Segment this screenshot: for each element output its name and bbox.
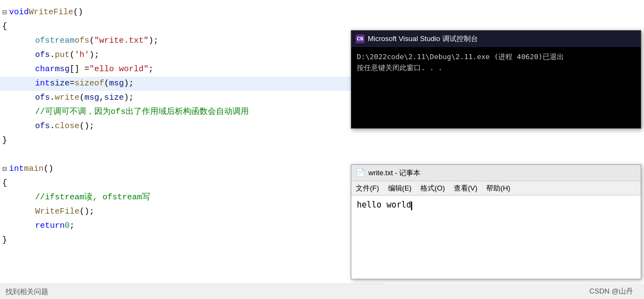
code-line: ⊟void WriteFile() <box>0 5 384 20</box>
notepad-content: hello world <box>357 200 411 210</box>
console-window[interactable]: CN Microsoft Visual Studio 调试控制台 D:\2022… <box>351 30 641 129</box>
status-right-text: CSDN @山丹 <box>589 286 633 296</box>
status-bar-left: 找到相关问题 <box>0 284 384 299</box>
notepad-title: write.txt - 记事本 <box>368 168 420 178</box>
code-line: ⊟int main() <box>0 162 384 176</box>
notepad-titlebar: 📄 write.txt - 记事本 <box>351 165 641 181</box>
notepad-menu-help[interactable]: 帮助(H) <box>486 183 510 193</box>
code-line: ofs.close(); <box>0 119 384 134</box>
code-line: { <box>0 176 384 191</box>
console-icon: CN <box>356 34 364 43</box>
code-line: //可调可不调，因为ofs出了作用域后析构函数会自动调用 <box>0 105 384 119</box>
code-editor: ⊟void WriteFile(){ofstream ofs("write.tx… <box>0 0 384 299</box>
notepad-menu-format[interactable]: 格式(O) <box>420 183 445 193</box>
notepad-menu-view[interactable]: 查看(V) <box>454 183 477 193</box>
console-titlebar: CN Microsoft Visual Studio 调试控制台 <box>351 31 641 47</box>
notepad-menu-edit[interactable]: 编辑(E) <box>388 183 412 193</box>
code-line: WriteFile(); <box>0 205 384 219</box>
notepad-menu-file[interactable]: 文件(F) <box>356 183 379 193</box>
notepad-menubar: 文件(F) 编辑(E) 格式(O) 查看(V) 帮助(H) <box>351 181 641 196</box>
status-left-text: 找到相关问题 <box>5 287 48 297</box>
notepad-window[interactable]: 📄 write.txt - 记事本 文件(F) 编辑(E) 格式(O) 查看(V… <box>351 164 641 279</box>
status-bar-right: CSDN @山丹 <box>384 284 644 299</box>
code-line: } <box>0 134 384 148</box>
code-line: ofstream ofs("write.txt"); <box>0 34 384 48</box>
code-line: { <box>0 20 384 34</box>
notepad-icon: 📄 <box>356 168 365 177</box>
code-line <box>0 148 384 162</box>
notepad-body: hello world <box>351 196 641 279</box>
code-line: ofs.write(msg, size); <box>0 91 384 105</box>
code-line: ofs.put('h'); <box>0 48 384 62</box>
console-output: D:\2022code\2.11\Debug\2.11.exe (进程 4062… <box>357 51 635 73</box>
code-line: } <box>0 233 384 248</box>
text-cursor <box>411 202 412 210</box>
console-title: Microsoft Visual Studio 调试控制台 <box>368 34 478 44</box>
code-line: char msg[] = "ello world"; <box>0 62 384 77</box>
code-line: return 0; <box>0 219 384 233</box>
code-line: int size = sizeof(msg); <box>0 77 384 91</box>
console-body: D:\2022code\2.11\Debug\2.11.exe (进程 4062… <box>351 47 641 128</box>
code-line: //ifstream读, ofstream写 <box>0 191 384 205</box>
